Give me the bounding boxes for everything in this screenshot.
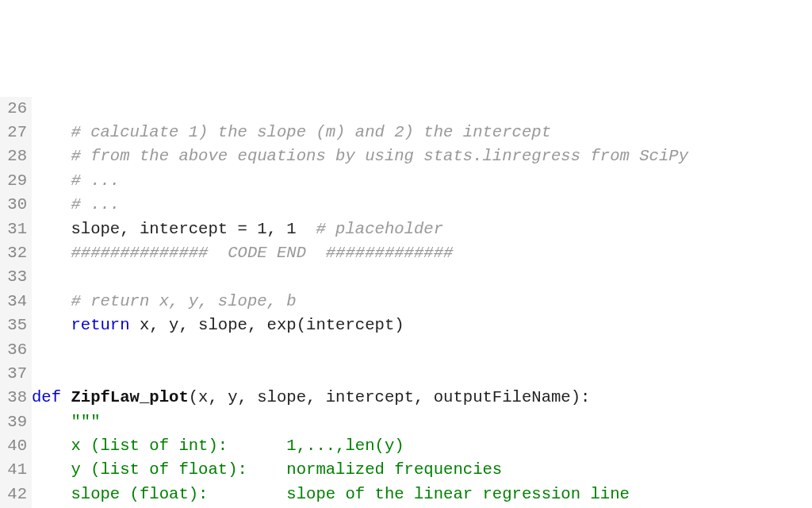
code-token: """ — [71, 413, 100, 431]
code-line[interactable]: # calculate 1) the slope (m) and 2) the … — [32, 121, 812, 144]
code-line[interactable]: return x, y, slope, exp(intercept) — [32, 314, 812, 337]
line-number: 30 — [2, 193, 27, 217]
code-line[interactable]: # ... — [32, 193, 812, 217]
code-token: # from the above equations by using stat… — [71, 147, 688, 165]
line-number: 31 — [2, 217, 27, 241]
code-line[interactable]: ############## CODE END ############# — [32, 241, 812, 265]
line-number: 32 — [2, 241, 27, 265]
code-line[interactable]: # ... — [32, 169, 812, 193]
line-number: 42 — [2, 483, 27, 506]
line-number: 26 — [2, 97, 27, 121]
indent — [32, 99, 71, 117]
code-editor[interactable]: 2627282930313233343536373839404142434445… — [0, 97, 812, 508]
code-token: x (list of int): 1,...,len(y) — [71, 437, 404, 455]
code-token: # ... — [71, 195, 120, 214]
indent — [32, 171, 71, 190]
code-line[interactable]: x (list of int): 1,...,len(y) — [32, 434, 812, 458]
code-token: return — [71, 316, 129, 334]
line-number: 28 — [2, 144, 27, 168]
code-line[interactable]: # from the above equations by using stat… — [32, 144, 812, 168]
code-line[interactable] — [32, 265, 812, 289]
line-number: 29 — [2, 169, 27, 193]
code-token — [61, 388, 71, 406]
code-token: x, y, slope, exp(intercept) — [130, 316, 404, 334]
indent — [32, 147, 71, 165]
line-number: 40 — [2, 434, 27, 458]
indent — [32, 485, 71, 503]
code-line[interactable] — [32, 338, 812, 362]
code-line[interactable]: def ZipfLaw_plot(x, y, slope, intercept,… — [32, 386, 812, 410]
code-token: (x, y, slope, intercept, outputFileName)… — [189, 388, 591, 406]
code-token: slope, intercept = 1, 1 — [71, 220, 316, 238]
code-line[interactable] — [32, 97, 812, 121]
code-line[interactable]: # return x, y, slope, b — [32, 290, 812, 314]
code-token: # calculate 1) the slope (m) and 2) the … — [71, 123, 551, 141]
indent — [32, 460, 71, 479]
line-number: 37 — [2, 362, 27, 386]
line-number: 34 — [2, 290, 27, 314]
indent — [32, 437, 71, 455]
code-token: ############## CODE END ############# — [71, 244, 453, 262]
line-number: 35 — [2, 314, 27, 337]
indent — [32, 123, 71, 141]
code-area[interactable]: # calculate 1) the slope (m) and 2) the … — [32, 97, 812, 508]
code-token: # ... — [71, 171, 120, 190]
line-number: 41 — [2, 458, 27, 482]
indent — [32, 292, 71, 310]
code-token: def — [32, 388, 61, 406]
line-number: 36 — [2, 338, 27, 362]
code-line[interactable]: slope, intercept = 1, 1 # placeholder — [32, 217, 812, 241]
indent — [32, 244, 71, 262]
line-number: 38 — [2, 386, 27, 410]
indent — [32, 220, 71, 238]
code-token: y (list of float): normalized frequencie… — [71, 460, 502, 479]
code-token: ZipfLaw_plot — [71, 388, 188, 406]
code-line[interactable] — [32, 362, 812, 386]
line-number: 27 — [2, 121, 27, 144]
line-number: 33 — [2, 265, 27, 289]
indent — [32, 195, 71, 214]
indent — [32, 413, 71, 431]
code-token: slope (float): slope of the linear regre… — [71, 485, 629, 503]
line-number: 39 — [2, 410, 27, 434]
code-token: # return x, y, slope, b — [71, 292, 296, 310]
indent — [32, 316, 71, 334]
line-number-gutter: 2627282930313233343536373839404142434445… — [0, 97, 32, 508]
code-line[interactable]: slope (float): slope of the linear regre… — [32, 483, 812, 506]
code-token: # placeholder — [316, 220, 443, 238]
code-line[interactable]: y (list of float): normalized frequencie… — [32, 458, 812, 482]
code-line[interactable]: """ — [32, 410, 812, 434]
